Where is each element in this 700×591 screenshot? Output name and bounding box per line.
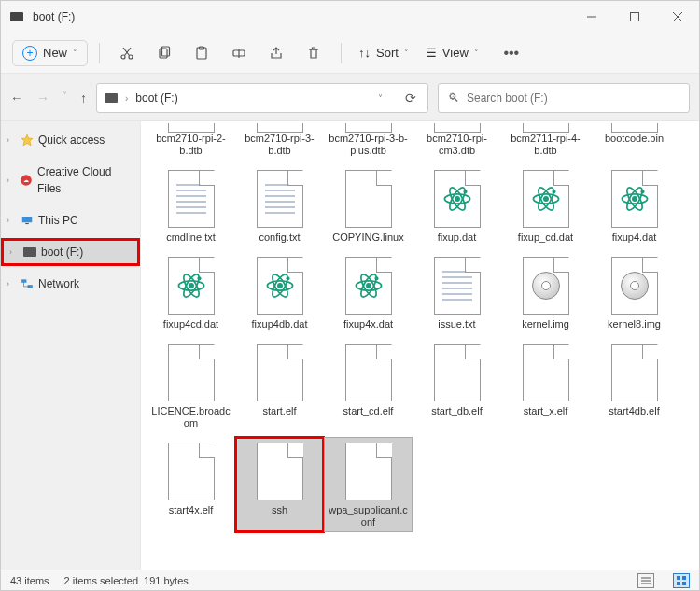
up-button[interactable]: ↑	[80, 91, 87, 106]
file-item[interactable]: wpa_supplicant.conf	[324, 437, 413, 532]
maximize-button[interactable]	[613, 1, 656, 33]
drive-icon	[10, 12, 23, 21]
svg-rect-57	[682, 576, 686, 580]
titlebar[interactable]: boot (F:)	[1, 1, 699, 33]
recent-button[interactable]: ˅	[63, 91, 67, 106]
file-item[interactable]: cmdline.txt	[147, 164, 235, 247]
status-item-count: 43 items	[10, 575, 49, 586]
rename-button[interactable]	[223, 37, 255, 69]
generic-file-icon	[611, 123, 658, 133]
forward-button[interactable]: →	[36, 91, 49, 106]
file-item[interactable]: fixup4.dat	[590, 164, 679, 247]
file-pane[interactable]: bcm2710-rpi-2-b.dtbbcm2710-rpi-3-b.dtbbc…	[141, 121, 699, 570]
file-item[interactable]: config.txt	[235, 164, 324, 247]
svg-point-46	[277, 284, 281, 288]
file-name-label: start4db.elf	[592, 405, 677, 417]
view-button[interactable]: ☰ View ˅	[420, 46, 484, 60]
file-name-label: config.txt	[237, 232, 322, 244]
svg-rect-58	[677, 582, 680, 585]
address-path[interactable]: boot (F:)	[135, 91, 177, 105]
generic-file-icon	[523, 123, 569, 133]
dat-file-icon	[523, 170, 569, 228]
file-item[interactable]: LICENCE.broadcom	[147, 338, 235, 433]
file-item[interactable]: start_x.elf	[501, 338, 590, 433]
drive-icon	[105, 93, 118, 103]
sort-button[interactable]: ↑↓ Sort ˅	[353, 46, 414, 60]
icons-view-button[interactable]	[673, 573, 690, 588]
file-item[interactable]: start.elf	[235, 338, 324, 433]
chevron-down-icon[interactable]: ˅	[378, 93, 383, 104]
sidebar-item-quick-access[interactable]: ›Quick access	[1, 129, 140, 151]
file-item[interactable]: kernel.img	[501, 251, 590, 334]
file-item[interactable]: fixup.dat	[413, 164, 501, 247]
search-box[interactable]: 🔍︎	[438, 83, 690, 113]
svg-line-6	[125, 48, 132, 56]
minimize-button[interactable]	[570, 1, 613, 33]
generic-file-icon	[168, 344, 215, 401]
search-input[interactable]	[467, 91, 679, 105]
sidebar-item-label: Network	[38, 275, 79, 292]
file-item[interactable]: COPYING.linux	[324, 164, 413, 247]
sidebar-item-label: Quick access	[38, 132, 105, 148]
copy-button[interactable]	[148, 37, 180, 69]
generic-file-icon	[257, 344, 303, 401]
file-item[interactable]: bcm2710-rpi-3-b.dtb	[235, 121, 324, 161]
file-item[interactable]: bcm2710-rpi-3-b-plus.dtb	[324, 121, 413, 161]
share-button[interactable]	[260, 37, 292, 69]
delete-button[interactable]	[298, 37, 329, 69]
sidebar-item-label: boot (F:)	[41, 244, 135, 260]
file-item[interactable]: bcm2711-rpi-4-b.dtb	[501, 121, 590, 161]
file-item[interactable]: start4x.elf	[147, 437, 235, 532]
svg-rect-19	[21, 279, 26, 283]
details-view-button[interactable]	[637, 573, 654, 588]
generic-file-icon	[523, 344, 569, 401]
file-item[interactable]: ssh	[235, 437, 324, 532]
file-item[interactable]: fixup4x.dat	[324, 251, 413, 334]
file-item[interactable]: start_cd.elf	[324, 338, 413, 433]
file-item[interactable]: fixup4db.dat	[235, 251, 324, 334]
generic-file-icon	[434, 123, 481, 133]
file-item[interactable]: start4db.elf	[590, 338, 679, 433]
dat-file-icon	[345, 257, 392, 315]
sidebar-item-this-pc[interactable]: ›This PC	[1, 209, 140, 232]
svg-point-47	[287, 277, 289, 280]
file-item[interactable]: bcm2710-rpi-cm3.dtb	[413, 121, 501, 161]
cut-button[interactable]	[111, 37, 143, 69]
status-size: 191 bytes	[144, 575, 189, 586]
file-item[interactable]: bootcode.bin	[590, 121, 679, 161]
sidebar-item-creative-cloud-files[interactable]: ›☁Creative Cloud Files	[1, 161, 140, 200]
refresh-button[interactable]: ⟳	[401, 91, 420, 106]
file-name-label: bcm2710-rpi-3-b-plus.dtb	[326, 133, 411, 157]
more-button[interactable]: •••	[496, 37, 527, 69]
close-button[interactable]	[656, 1, 699, 33]
file-item[interactable]: start_db.elf	[413, 338, 501, 433]
file-item[interactable]: bcm2710-rpi-2-b.dtb	[147, 121, 235, 161]
file-item[interactable]: fixup4cd.dat	[147, 251, 235, 334]
sidebar-item-boot-f-[interactable]: ›boot (F:)	[1, 238, 140, 266]
generic-file-icon	[168, 443, 215, 500]
svg-line-7	[123, 48, 130, 56]
separator	[341, 43, 342, 63]
file-name-label: bootcode.bin	[592, 133, 677, 145]
new-button[interactable]: + New ˅	[12, 40, 88, 66]
file-name-label: bcm2711-rpi-4-b.dtb	[503, 133, 588, 157]
chevron-right-icon: ›	[7, 172, 16, 189]
file-item[interactable]: issue.txt	[413, 251, 501, 334]
file-item[interactable]: kernel8.img	[590, 251, 679, 334]
sidebar-item-network[interactable]: ›Network	[1, 273, 140, 295]
file-name-label: wpa_supplicant.conf	[326, 504, 411, 528]
address-bar[interactable]: › boot (F:) ˅ ⟳	[96, 83, 428, 113]
back-button[interactable]: ←	[10, 91, 23, 106]
file-name-label: start_db.elf	[414, 405, 499, 417]
toolbar: + New ˅ ↑↓ Sort ˅ ☰ View ˅ •••	[1, 33, 699, 74]
paste-button[interactable]	[186, 37, 217, 69]
generic-file-icon	[611, 344, 658, 401]
file-item[interactable]: fixup_cd.dat	[501, 164, 590, 247]
explorer-window: boot (F:) + New ˅ ↑↓ Sort	[0, 0, 700, 591]
dat-file-icon	[611, 170, 658, 228]
file-name-label: start_cd.elf	[326, 405, 411, 417]
svg-point-26	[455, 197, 458, 201]
file-name-label: LICENCE.broadcom	[148, 405, 233, 429]
view-icon: ☰	[426, 46, 437, 60]
svg-point-42	[198, 277, 201, 280]
